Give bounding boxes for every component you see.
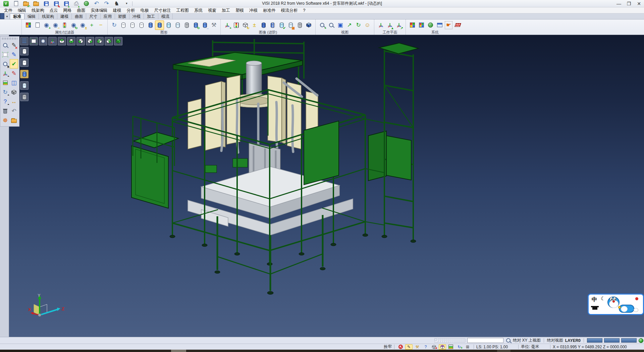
menu-item[interactable]: 编辑 xyxy=(15,7,29,13)
toolbar-tab[interactable]: 建模 xyxy=(57,13,72,19)
hide-all-icon[interactable]: − xyxy=(96,20,105,30)
menu-item[interactable]: 实体编辑 xyxy=(88,7,110,13)
advanced-filter-icon[interactable] xyxy=(232,20,241,30)
cylinder-mesh-icon[interactable] xyxy=(182,20,191,30)
help-icon[interactable]: ? xyxy=(1,97,9,106)
menu-item[interactable]: 系统 xyxy=(192,7,205,13)
options-window-icon[interactable] xyxy=(435,20,444,30)
menu-item[interactable]: 文件 xyxy=(1,7,15,13)
zoom-select-icon[interactable] xyxy=(1,40,9,50)
toolbar-tab[interactable]: 模流 xyxy=(158,13,173,19)
workplane-move-icon[interactable]: ▲ xyxy=(385,20,394,30)
refresh-visibility-icon[interactable]: ◉↻ xyxy=(69,20,78,30)
layer-color-swatch[interactable] xyxy=(587,338,602,343)
fit-view-icon[interactable] xyxy=(30,37,38,45)
toggle-visibility-icon[interactable]: ◉± xyxy=(78,20,87,30)
properties-page-icon[interactable] xyxy=(33,20,42,30)
toolbar-tab[interactable]: 冲模 xyxy=(129,13,144,19)
cylinder-dashed-icon[interactable] xyxy=(137,20,146,30)
close-button[interactable]: ✕ xyxy=(634,0,644,7)
3d-model-machine[interactable] xyxy=(0,35,644,337)
toolbar-dock-handle[interactable] xyxy=(0,13,4,19)
cylinder-check-icon[interactable]: ✔ xyxy=(277,20,286,30)
entity-color-swatch[interactable] xyxy=(621,338,637,343)
quad-view-icon[interactable]: ⊞ xyxy=(464,344,471,350)
project-folder-icon[interactable] xyxy=(10,116,18,125)
display-wireframe-icon[interactable] xyxy=(20,47,29,55)
grid-calc-icon[interactable] xyxy=(453,20,462,30)
color-table-icon[interactable] xyxy=(408,20,417,30)
command-search-input[interactable] xyxy=(467,338,503,343)
menu-item[interactable]: 网格 xyxy=(61,7,74,13)
cylinder-grid-icon[interactable] xyxy=(295,20,304,30)
toolbar-tab[interactable]: 尺寸 xyxy=(86,13,101,19)
menu-item[interactable]: 尺寸标注 xyxy=(152,7,174,13)
view-back-icon[interactable] xyxy=(105,37,113,45)
zoom-extents-icon[interactable]: ▣ xyxy=(336,20,345,30)
pen-color-swatch[interactable] xyxy=(604,338,620,343)
show-entities-icon[interactable]: ◉+ xyxy=(42,20,51,30)
filter-traffic-icon[interactable] xyxy=(60,20,69,30)
ime-skin-icon[interactable] xyxy=(592,306,597,310)
axis-triad-icon[interactable] xyxy=(48,37,57,45)
toolbar-tab[interactable]: 塑膜 xyxy=(115,13,129,19)
hammer-icon[interactable]: ⚒ xyxy=(414,344,421,350)
window-panes-icon[interactable]: ◫ xyxy=(10,78,18,87)
snap-lock-label[interactable]: 拴牢 xyxy=(384,344,392,350)
zoom-dynamic-icon[interactable] xyxy=(39,37,47,45)
cylinder-copy-icon[interactable]: ▣ xyxy=(286,20,295,30)
forbid-icon[interactable] xyxy=(397,344,404,350)
layer-bars-icon[interactable] xyxy=(447,344,454,350)
cylinder-hidden-icon[interactable] xyxy=(128,20,137,30)
rotate-plus-icon[interactable]: ↻ + xyxy=(455,344,463,350)
toolbar-tab[interactable]: 应用 xyxy=(101,13,115,19)
wheel-icon[interactable]: ☸ xyxy=(1,116,9,125)
menu-item[interactable]: 标准件 xyxy=(260,7,278,13)
render-globe-icon[interactable] xyxy=(639,338,643,343)
toolbar-tab[interactable]: 曲面 xyxy=(72,13,86,19)
curve-edit-icon[interactable]: ✎ xyxy=(10,69,18,78)
cylinder-shaded-edges-icon[interactable] xyxy=(155,20,164,30)
palette-gripper[interactable] xyxy=(2,38,17,40)
cylinder-solid-icon[interactable] xyxy=(259,20,268,30)
undo-dock-icon[interactable]: ↶ xyxy=(10,106,18,116)
trash-icon[interactable] xyxy=(1,106,9,116)
navigation-cube-icon[interactable] xyxy=(304,20,313,30)
show-all-icon[interactable]: + xyxy=(87,20,96,30)
orient-cube-icon[interactable] xyxy=(439,344,446,350)
workplane-align-icon[interactable]: ↗ xyxy=(394,20,404,30)
zoom-in-icon[interactable]: + xyxy=(318,20,327,30)
cylinder-ghost-icon[interactable] xyxy=(173,20,182,30)
shading-tools-icon[interactable]: ⚒ xyxy=(209,20,218,30)
cylinder-transparent-icon[interactable] xyxy=(164,20,173,30)
cylinder-shaded-icon[interactable] xyxy=(146,20,155,30)
view-top-icon[interactable] xyxy=(58,37,66,45)
toolbar-tab[interactable]: 线架构 xyxy=(39,13,57,19)
view-left-icon[interactable] xyxy=(76,37,85,45)
units-label[interactable]: 单位: 毫米 xyxy=(521,344,548,350)
shading-refresh-icon[interactable]: ↻ xyxy=(191,20,200,30)
menu-item[interactable]: 曲面 xyxy=(74,7,88,13)
help-status-icon[interactable]: ? xyxy=(422,344,429,350)
menu-item[interactable]: 塑模 xyxy=(233,7,247,13)
measure-icon[interactable]: ↔ xyxy=(10,97,18,106)
menu-item[interactable]: ? xyxy=(301,7,308,13)
toolbar-tab[interactable]: 标准 xyxy=(10,13,24,19)
view-right-icon[interactable] xyxy=(86,37,94,45)
shading-convert-icon[interactable]: → xyxy=(200,20,209,30)
hide-entities-icon[interactable]: ◉− xyxy=(51,20,60,30)
zoom-window-icon[interactable] xyxy=(327,20,336,30)
system-settings-icon[interactable] xyxy=(426,20,435,30)
menu-item[interactable]: 视窗 xyxy=(205,7,219,13)
view-iso-icon[interactable] xyxy=(114,37,122,45)
erase-sketch-icon[interactable]: ✎ ✕ xyxy=(10,40,18,50)
maximize-button[interactable]: ❐ xyxy=(624,0,634,7)
menu-item[interactable]: 电极 xyxy=(138,7,152,13)
view-orientation-label[interactable]: 绝对 XY 上视图 xyxy=(513,338,540,343)
zoom-toggle-icon[interactable]: ± xyxy=(1,59,9,69)
menu-item[interactable]: 点云 xyxy=(47,7,61,13)
toolbar-tab[interactable]: 加工 xyxy=(144,13,158,19)
menu-item[interactable]: 线架构 xyxy=(29,7,47,13)
confirm-icon[interactable]: ✔ xyxy=(10,59,18,69)
regen-advanced-icon[interactable]: ↻ xyxy=(241,20,250,30)
